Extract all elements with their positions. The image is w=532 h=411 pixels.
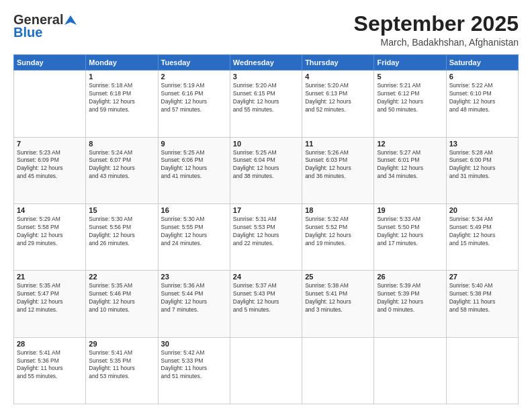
calendar-cell: 11Sunrise: 5:26 AM Sunset: 6:03 PM Dayli… xyxy=(302,137,374,203)
calendar-cell: 22Sunrise: 5:35 AM Sunset: 5:46 PM Dayli… xyxy=(86,271,158,337)
weekday-header-friday: Friday xyxy=(374,55,446,71)
calendar-cell: 1Sunrise: 5:18 AM Sunset: 6:18 PM Daylig… xyxy=(86,71,158,137)
calendar-cell: 8Sunrise: 5:24 AM Sunset: 6:07 PM Daylig… xyxy=(86,137,158,203)
day-number: 30 xyxy=(161,340,227,348)
day-number: 8 xyxy=(89,140,154,148)
day-number: 22 xyxy=(89,273,154,281)
day-number: 12 xyxy=(377,140,443,148)
day-info: Sunrise: 5:32 AM Sunset: 5:52 PM Dayligh… xyxy=(305,216,371,248)
day-info: Sunrise: 5:35 AM Sunset: 5:46 PM Dayligh… xyxy=(89,282,154,314)
calendar-cell: 6Sunrise: 5:22 AM Sunset: 6:10 PM Daylig… xyxy=(446,71,518,137)
day-info: Sunrise: 5:23 AM Sunset: 6:09 PM Dayligh… xyxy=(17,149,83,181)
day-info: Sunrise: 5:26 AM Sunset: 6:03 PM Dayligh… xyxy=(305,149,371,181)
day-info: Sunrise: 5:27 AM Sunset: 6:01 PM Dayligh… xyxy=(377,149,443,181)
day-number: 19 xyxy=(377,206,443,214)
day-number: 9 xyxy=(161,140,227,148)
day-info: Sunrise: 5:42 AM Sunset: 5:33 PM Dayligh… xyxy=(161,349,227,381)
svg-marker-0 xyxy=(64,15,77,25)
calendar-cell: 18Sunrise: 5:32 AM Sunset: 5:52 PM Dayli… xyxy=(302,203,374,270)
day-info: Sunrise: 5:35 AM Sunset: 5:47 PM Dayligh… xyxy=(17,282,83,314)
logo-blue-text: Blue xyxy=(13,25,42,40)
day-number: 1 xyxy=(89,73,154,81)
day-info: Sunrise: 5:25 AM Sunset: 6:04 PM Dayligh… xyxy=(233,149,299,181)
calendar-cell: 15Sunrise: 5:30 AM Sunset: 5:56 PM Dayli… xyxy=(86,203,158,270)
weekday-header-wednesday: Wednesday xyxy=(230,55,302,71)
day-info: Sunrise: 5:20 AM Sunset: 6:13 PM Dayligh… xyxy=(305,82,371,114)
calendar-table: SundayMondayTuesdayWednesdayThursdayFrid… xyxy=(13,54,519,404)
day-number: 23 xyxy=(161,273,227,281)
calendar-cell: 30Sunrise: 5:42 AM Sunset: 5:33 PM Dayli… xyxy=(158,337,230,404)
day-info: Sunrise: 5:22 AM Sunset: 6:10 PM Dayligh… xyxy=(449,82,515,114)
calendar-cell: 21Sunrise: 5:35 AM Sunset: 5:47 PM Dayli… xyxy=(14,271,86,337)
calendar-cell xyxy=(302,337,374,404)
calendar-cell: 29Sunrise: 5:41 AM Sunset: 5:35 PM Dayli… xyxy=(86,337,158,404)
calendar-cell: 17Sunrise: 5:31 AM Sunset: 5:53 PM Dayli… xyxy=(230,203,302,270)
day-number: 26 xyxy=(377,273,443,281)
day-number: 15 xyxy=(89,206,154,214)
calendar-cell: 4Sunrise: 5:20 AM Sunset: 6:13 PM Daylig… xyxy=(302,71,374,137)
day-number: 6 xyxy=(449,73,515,81)
weekday-header-tuesday: Tuesday xyxy=(158,55,230,71)
day-info: Sunrise: 5:34 AM Sunset: 5:49 PM Dayligh… xyxy=(449,216,515,248)
page: General Blue September 2025 March, Badak… xyxy=(0,0,532,411)
week-row-4: 21Sunrise: 5:35 AM Sunset: 5:47 PM Dayli… xyxy=(14,271,519,337)
week-row-1: 1Sunrise: 5:18 AM Sunset: 6:18 PM Daylig… xyxy=(14,71,519,137)
calendar-cell: 27Sunrise: 5:40 AM Sunset: 5:38 PM Dayli… xyxy=(446,271,518,337)
calendar-cell: 14Sunrise: 5:29 AM Sunset: 5:58 PM Dayli… xyxy=(14,203,86,270)
calendar-header-row: SundayMondayTuesdayWednesdayThursdayFrid… xyxy=(14,55,519,71)
day-number: 25 xyxy=(305,273,371,281)
day-number: 27 xyxy=(449,273,515,281)
day-info: Sunrise: 5:21 AM Sunset: 6:12 PM Dayligh… xyxy=(377,82,443,114)
calendar-cell: 26Sunrise: 5:39 AM Sunset: 5:39 PM Dayli… xyxy=(374,271,446,337)
day-number: 2 xyxy=(161,73,227,81)
calendar-cell: 3Sunrise: 5:20 AM Sunset: 6:15 PM Daylig… xyxy=(230,71,302,137)
header: General Blue September 2025 March, Badak… xyxy=(13,12,519,48)
day-info: Sunrise: 5:38 AM Sunset: 5:41 PM Dayligh… xyxy=(305,282,371,314)
day-info: Sunrise: 5:31 AM Sunset: 5:53 PM Dayligh… xyxy=(233,216,299,248)
day-number: 11 xyxy=(305,140,371,148)
day-number: 18 xyxy=(305,206,371,214)
logo: General Blue xyxy=(13,12,77,40)
day-number: 16 xyxy=(161,206,227,214)
weekday-header-sunday: Sunday xyxy=(14,55,86,71)
calendar-cell: 13Sunrise: 5:28 AM Sunset: 6:00 PM Dayli… xyxy=(446,137,518,203)
day-info: Sunrise: 5:18 AM Sunset: 6:18 PM Dayligh… xyxy=(89,82,154,114)
day-info: Sunrise: 5:40 AM Sunset: 5:38 PM Dayligh… xyxy=(449,282,515,314)
day-info: Sunrise: 5:41 AM Sunset: 5:35 PM Dayligh… xyxy=(89,349,154,381)
day-number: 17 xyxy=(233,206,299,214)
weekday-header-saturday: Saturday xyxy=(446,55,518,71)
week-row-5: 28Sunrise: 5:41 AM Sunset: 5:36 PM Dayli… xyxy=(14,337,519,404)
calendar-cell: 16Sunrise: 5:30 AM Sunset: 5:55 PM Dayli… xyxy=(158,203,230,270)
calendar-cell xyxy=(230,337,302,404)
day-number: 29 xyxy=(89,340,154,348)
calendar-cell: 19Sunrise: 5:33 AM Sunset: 5:50 PM Dayli… xyxy=(374,203,446,270)
calendar-cell: 5Sunrise: 5:21 AM Sunset: 6:12 PM Daylig… xyxy=(374,71,446,137)
day-number: 28 xyxy=(17,340,83,348)
location: March, Badakhshan, Afghanistan xyxy=(354,37,519,48)
calendar-cell: 20Sunrise: 5:34 AM Sunset: 5:49 PM Dayli… xyxy=(446,203,518,270)
day-info: Sunrise: 5:41 AM Sunset: 5:36 PM Dayligh… xyxy=(17,349,83,381)
title-block: September 2025 March, Badakhshan, Afghan… xyxy=(354,12,519,48)
calendar-cell: 7Sunrise: 5:23 AM Sunset: 6:09 PM Daylig… xyxy=(14,137,86,203)
day-info: Sunrise: 5:33 AM Sunset: 5:50 PM Dayligh… xyxy=(377,216,443,248)
day-info: Sunrise: 5:36 AM Sunset: 5:44 PM Dayligh… xyxy=(161,282,227,314)
day-number: 20 xyxy=(449,206,515,214)
day-number: 14 xyxy=(17,206,83,214)
week-row-2: 7Sunrise: 5:23 AM Sunset: 6:09 PM Daylig… xyxy=(14,137,519,203)
day-number: 10 xyxy=(233,140,299,148)
day-number: 13 xyxy=(449,140,515,148)
day-info: Sunrise: 5:28 AM Sunset: 6:00 PM Dayligh… xyxy=(449,149,515,181)
day-info: Sunrise: 5:19 AM Sunset: 6:16 PM Dayligh… xyxy=(161,82,227,114)
weekday-header-monday: Monday xyxy=(86,55,158,71)
calendar-cell: 24Sunrise: 5:37 AM Sunset: 5:43 PM Dayli… xyxy=(230,271,302,337)
day-info: Sunrise: 5:29 AM Sunset: 5:58 PM Dayligh… xyxy=(17,216,83,248)
calendar-cell: 10Sunrise: 5:25 AM Sunset: 6:04 PM Dayli… xyxy=(230,137,302,203)
calendar-cell: 9Sunrise: 5:25 AM Sunset: 6:06 PM Daylig… xyxy=(158,137,230,203)
calendar-cell: 25Sunrise: 5:38 AM Sunset: 5:41 PM Dayli… xyxy=(302,271,374,337)
day-info: Sunrise: 5:24 AM Sunset: 6:07 PM Dayligh… xyxy=(89,149,154,181)
day-info: Sunrise: 5:30 AM Sunset: 5:55 PM Dayligh… xyxy=(161,216,227,248)
day-info: Sunrise: 5:37 AM Sunset: 5:43 PM Dayligh… xyxy=(233,282,299,314)
logo-bird-icon xyxy=(64,14,77,26)
day-number: 21 xyxy=(17,273,83,281)
day-number: 3 xyxy=(233,73,299,81)
